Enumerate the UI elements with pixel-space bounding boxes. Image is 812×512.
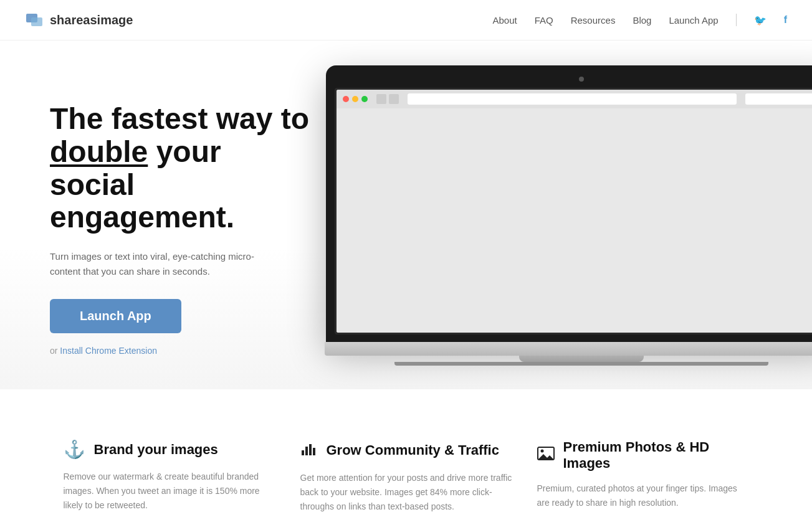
browser-back-btn [376, 94, 386, 104]
svg-rect-2 [302, 450, 304, 455]
chrome-extension-link[interactable]: Install Chrome Extension [60, 346, 157, 356]
nav-faq[interactable]: FAQ [535, 15, 553, 26]
laptop-screen-outer [335, 88, 812, 334]
traffic-lights [343, 96, 368, 102]
laptop-mockup [326, 65, 812, 366]
nav-blog[interactable]: Blog [633, 15, 651, 26]
nav-divider [736, 14, 737, 26]
feature-brand-desc: Remove our watermark & create beautiful … [64, 470, 275, 512]
browser-window [337, 90, 812, 333]
feature-grow-desc: Get more attention for your posts and dr… [300, 471, 512, 512]
feature-premium-header: Premium Photos & HD Images [537, 439, 749, 472]
laptop-foot [394, 362, 768, 366]
hero-section: The fastest way to double your social en… [0, 40, 812, 389]
photo-icon [537, 446, 555, 461]
browser-forward-btn [389, 94, 399, 104]
laptop-camera [579, 77, 584, 82]
twitter-icon[interactable]: 🐦 [754, 14, 767, 26]
laptop [326, 65, 812, 366]
laptop-base [325, 342, 812, 356]
nav-about[interactable]: About [492, 15, 517, 26]
laptop-camera-row [335, 77, 812, 82]
svg-rect-4 [309, 444, 312, 455]
feature-brand-header: ⚓ Brand your images [64, 439, 275, 460]
svg-point-7 [540, 450, 543, 453]
feature-premium-desc: Premium, curated photos at your finger t… [537, 481, 749, 510]
chrome-extension-line: or Install Chrome Extension [50, 346, 312, 356]
svg-rect-3 [305, 447, 308, 455]
navbar: shareasimage About FAQ Resources Blog La… [0, 0, 812, 40]
logo[interactable]: shareasimage [25, 10, 133, 30]
browser-url-bar [408, 93, 737, 105]
nav-resources[interactable]: Resources [571, 15, 616, 26]
browser-toolbar [337, 90, 812, 108]
nav-links: About FAQ Resources Blog Launch App 🐦 f [492, 14, 787, 26]
bar-chart-icon [300, 439, 318, 457]
feature-grow-community: Grow Community & Traffic Get more attent… [300, 439, 512, 512]
nav-launch-app[interactable]: Launch App [669, 15, 718, 26]
svg-rect-1 [31, 17, 42, 26]
feature-premium-photos: Premium Photos & HD Images Premium, cura… [537, 439, 749, 512]
or-text: or [50, 346, 60, 356]
hero-content: The fastest way to double your social en… [50, 78, 312, 356]
tl-red [343, 96, 349, 102]
tl-yellow [352, 96, 358, 102]
hero-cta: Launch App [50, 299, 312, 343]
feature-premium-title: Premium Photos & HD Images [563, 439, 749, 472]
features-grid: ⚓ Brand your images Remove our watermark… [64, 439, 749, 512]
features-section: ⚓ Brand your images Remove our watermark… [0, 389, 812, 512]
tl-green [361, 96, 368, 102]
browser-content [337, 108, 812, 333]
chart-icon [300, 439, 318, 461]
feature-brand-images: ⚓ Brand your images Remove our watermark… [64, 439, 275, 512]
laptop-stand [519, 356, 644, 362]
facebook-icon[interactable]: f [784, 14, 787, 26]
hero-title: The fastest way to double your social en… [50, 103, 312, 234]
feature-brand-title: Brand your images [94, 442, 218, 458]
logo-text: shareasimage [50, 13, 133, 27]
logo-icon [25, 10, 45, 30]
feature-grow-header: Grow Community & Traffic [300, 439, 512, 461]
laptop-body [326, 65, 812, 342]
hero-title-underline: double [50, 135, 148, 168]
anchor-icon: ⚓ [64, 439, 85, 460]
browser-search-bar [745, 93, 812, 105]
hero-subtitle: Turn images or text into viral, eye-catc… [50, 249, 274, 279]
feature-grow-title: Grow Community & Traffic [327, 442, 499, 458]
svg-rect-5 [313, 448, 315, 455]
image-icon [537, 445, 555, 465]
launch-app-button[interactable]: Launch App [50, 299, 181, 333]
browser-nav-btns [376, 94, 399, 104]
svg-marker-8 [538, 454, 554, 460]
